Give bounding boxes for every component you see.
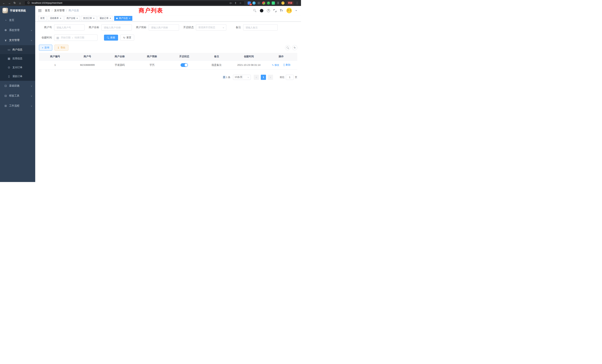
col-remark: 备注	[200, 53, 233, 60]
pinned-extension-icon[interactable]	[277, 1, 280, 5]
tab-process-form[interactable]: 流程表单	[48, 16, 63, 21]
refresh-button[interactable]	[292, 45, 297, 50]
sidebar-item-label: 退款订单	[12, 75, 34, 78]
delete-button[interactable]: 删除	[283, 63, 290, 66]
tab-refund-order[interactable]: 退款订单	[98, 16, 113, 21]
tab-pay-order[interactable]: 支付订单	[81, 16, 97, 21]
profile-extension-icon[interactable]	[262, 1, 265, 5]
page-size-select[interactable]: 10条/页	[233, 75, 251, 80]
sidebar-item-devtools[interactable]: 研发工具	[0, 91, 35, 101]
close-icon[interactable]	[110, 17, 111, 20]
merchant-table: 商户编号 商户号 商户全称 商户简称 开启状态 备注 创建时间 操作 1	[39, 53, 297, 70]
page-1-button[interactable]: 1	[261, 75, 266, 80]
short-name-input[interactable]	[149, 24, 179, 31]
status-select[interactable]: 请选择开启状态	[196, 24, 226, 31]
col-merchant-id: 商户编号	[39, 53, 71, 60]
app-title: 芋道管理系统	[10, 9, 26, 12]
app-frame: 芋道管理系统 首页 系统管理 支付管理	[0, 6, 301, 182]
emoji-extension-icon[interactable]	[281, 1, 284, 5]
extensions-puzzle-icon[interactable]: 10	[248, 1, 251, 5]
breadcrumb-separator: /	[66, 9, 67, 12]
add-button[interactable]: 新增	[39, 45, 52, 51]
search-button[interactable]: 搜索	[104, 35, 118, 41]
filter-merchant-no: 商户号	[39, 24, 85, 31]
full-name-input[interactable]	[101, 24, 132, 31]
page-size-value: 10条/页	[235, 76, 242, 79]
app-logo-row[interactable]: 芋道管理系统	[0, 6, 35, 15]
back-icon[interactable]	[2, 1, 6, 5]
button-label: 修改	[274, 63, 279, 67]
sidebar-item-payment[interactable]: 支付管理	[0, 35, 35, 45]
sidebar-item-label: 支付管理	[9, 39, 29, 42]
monitor-icon	[4, 84, 7, 87]
edit-button[interactable]: 修改	[272, 63, 279, 67]
breadcrumb-separator: /	[52, 9, 53, 12]
merchant-no-input[interactable]	[54, 24, 85, 31]
sidebar-item-pay-order[interactable]: 支付订单	[0, 63, 35, 72]
field-label: 商户简称	[136, 26, 146, 29]
goto-page-input[interactable]	[286, 75, 294, 80]
reload-icon[interactable]	[13, 1, 17, 5]
home-icon[interactable]	[18, 1, 22, 5]
close-icon[interactable]	[93, 17, 95, 20]
drop-extension-icon[interactable]	[252, 1, 256, 5]
sidebar-item-workflow[interactable]: 工作流程	[0, 101, 35, 111]
tab-user-group[interactable]: 用户分组	[64, 16, 80, 21]
check-extension-icon[interactable]	[267, 1, 270, 5]
close-icon[interactable]	[76, 17, 78, 20]
dark-extension-icon[interactable]	[257, 1, 260, 5]
close-icon[interactable]	[129, 17, 130, 20]
sidebar-item-app-info[interactable]: 应用信息	[0, 54, 35, 63]
sidebar-item-system[interactable]: 系统管理	[0, 25, 35, 35]
workflow-icon	[4, 104, 7, 107]
sidebar-item-label: 商户信息	[12, 48, 34, 51]
export-button[interactable]: 导出	[54, 45, 68, 51]
browser-menu-icon[interactable]	[295, 1, 299, 5]
help-icon[interactable]	[267, 9, 270, 12]
share-icon[interactable]	[234, 2, 237, 4]
col-operations: 操作	[265, 53, 297, 60]
cell-status	[168, 60, 200, 69]
address-bar[interactable]: localhost:1024/pay/merchant	[24, 1, 245, 5]
breadcrumb-current: 商户信息	[69, 9, 79, 12]
notes-extension-icon[interactable]	[272, 1, 275, 5]
filter-row-1: 商户号 商户全称 商户简称 开启状态 请选择开启状态	[39, 24, 297, 31]
reset-button[interactable]: 重置	[120, 35, 134, 41]
close-icon[interactable]	[60, 17, 61, 20]
github-icon[interactable]	[260, 9, 263, 12]
password-key-icon[interactable]	[230, 2, 232, 4]
next-page-button[interactable]	[268, 75, 273, 80]
caret-down-icon[interactable]	[295, 10, 297, 11]
sidebar-item-infra[interactable]: 基础设施	[0, 81, 35, 91]
sidebar-item-label: 研发工具	[9, 94, 29, 97]
hamburger-icon[interactable]	[38, 10, 42, 12]
toggle-search-button[interactable]	[285, 45, 290, 50]
search-icon[interactable]	[253, 9, 256, 12]
button-label: 新增	[44, 46, 49, 49]
font-size-icon[interactable]	[280, 9, 283, 12]
sidebar-item-merchant-info[interactable]: 商户信息	[0, 45, 35, 54]
breadcrumb-home[interactable]: 首页	[45, 9, 50, 12]
site-info-icon[interactable]	[27, 1, 30, 5]
tab-merchant-info[interactable]: 商户信息	[114, 16, 132, 21]
chevron-down-icon	[31, 104, 32, 107]
date-range-picker[interactable]: 开始日期 - 结束日期	[54, 34, 97, 41]
col-full-name: 商户全称	[104, 53, 136, 60]
cell-operations: 修改 删除	[265, 60, 297, 69]
browser-update-button[interactable]: 更新	[287, 1, 294, 5]
bookmark-star-icon[interactable]	[239, 2, 242, 4]
sidebar-item-refund-order[interactable]: 退款订单	[0, 72, 35, 81]
sidebar-item-home[interactable]: 首页	[0, 15, 35, 25]
pagination: 共 1 条 10条/页 1 前往 页	[39, 75, 297, 80]
pagination-total: 共 1 条	[223, 76, 230, 79]
forward-icon[interactable]	[7, 1, 11, 5]
avatar[interactable]	[286, 8, 292, 13]
prev-page-button[interactable]	[254, 75, 259, 80]
breadcrumb-payment[interactable]: 支付管理	[54, 9, 64, 12]
tab-home[interactable]: 首页	[38, 16, 47, 21]
status-toggle[interactable]	[181, 63, 188, 67]
calendar-icon	[56, 36, 59, 40]
sidebar-item-label: 工作流程	[9, 104, 29, 107]
remark-input[interactable]	[243, 24, 278, 31]
fullscreen-icon[interactable]	[274, 9, 276, 12]
